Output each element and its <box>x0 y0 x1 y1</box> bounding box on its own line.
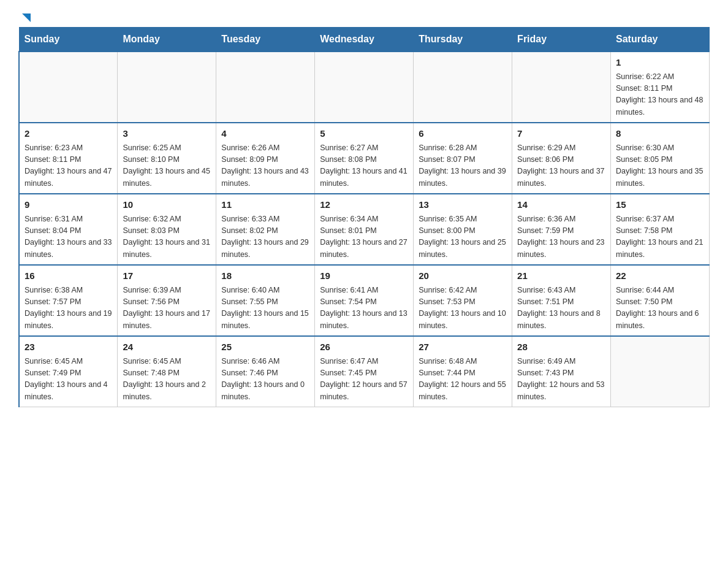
day-info: Sunrise: 6:37 AM Sunset: 7:58 PM Dayligh… <box>616 213 704 261</box>
calendar-week-row: 23Sunrise: 6:45 AM Sunset: 7:49 PM Dayli… <box>19 336 710 407</box>
calendar-cell: 25Sunrise: 6:46 AM Sunset: 7:46 PM Dayli… <box>216 336 315 407</box>
calendar-week-row: 9Sunrise: 6:31 AM Sunset: 8:04 PM Daylig… <box>19 194 710 265</box>
day-info: Sunrise: 6:23 AM Sunset: 8:11 PM Dayligh… <box>25 142 112 190</box>
day-number: 23 <box>25 340 112 354</box>
day-info: Sunrise: 6:45 AM Sunset: 7:48 PM Dayligh… <box>123 356 211 404</box>
day-info: Sunrise: 6:46 AM Sunset: 7:46 PM Dayligh… <box>221 356 309 404</box>
calendar-cell: 22Sunrise: 6:44 AM Sunset: 7:50 PM Dayli… <box>611 265 710 336</box>
calendar-cell <box>315 52 414 123</box>
day-number: 21 <box>517 269 605 283</box>
day-number: 18 <box>221 269 309 283</box>
calendar-header: SundayMondayTuesdayWednesdayThursdayFrid… <box>19 28 710 52</box>
day-info: Sunrise: 6:29 AM Sunset: 8:06 PM Dayligh… <box>517 142 605 190</box>
day-info: Sunrise: 6:43 AM Sunset: 7:51 PM Dayligh… <box>517 285 605 332</box>
calendar-cell: 10Sunrise: 6:32 AM Sunset: 8:03 PM Dayli… <box>118 194 216 265</box>
calendar-week-row: 16Sunrise: 6:38 AM Sunset: 7:57 PM Dayli… <box>19 265 710 336</box>
day-number: 2 <box>25 127 112 141</box>
day-number: 24 <box>123 340 211 354</box>
page-header <box>18 12 710 21</box>
calendar-cell <box>512 52 611 123</box>
day-number: 17 <box>123 269 211 283</box>
day-number: 7 <box>517 127 605 141</box>
day-info: Sunrise: 6:35 AM Sunset: 8:00 PM Dayligh… <box>419 213 507 261</box>
day-info: Sunrise: 6:36 AM Sunset: 7:59 PM Dayligh… <box>517 213 605 261</box>
calendar-cell: 4Sunrise: 6:26 AM Sunset: 8:09 PM Daylig… <box>216 123 315 194</box>
weekday-header-row: SundayMondayTuesdayWednesdayThursdayFrid… <box>19 28 710 52</box>
calendar-cell: 21Sunrise: 6:43 AM Sunset: 7:51 PM Dayli… <box>512 265 611 336</box>
day-number: 20 <box>419 269 507 283</box>
weekday-header-friday: Friday <box>512 28 611 52</box>
day-info: Sunrise: 6:30 AM Sunset: 8:05 PM Dayligh… <box>616 142 704 190</box>
day-number: 26 <box>320 340 408 354</box>
weekday-header-monday: Monday <box>118 28 216 52</box>
logo <box>18 12 33 21</box>
calendar-cell: 7Sunrise: 6:29 AM Sunset: 8:06 PM Daylig… <box>512 123 611 194</box>
day-info: Sunrise: 6:48 AM Sunset: 7:44 PM Dayligh… <box>419 356 507 404</box>
calendar-cell: 8Sunrise: 6:30 AM Sunset: 8:05 PM Daylig… <box>611 123 710 194</box>
day-info: Sunrise: 6:40 AM Sunset: 7:55 PM Dayligh… <box>221 285 309 332</box>
calendar-cell: 20Sunrise: 6:42 AM Sunset: 7:53 PM Dayli… <box>414 265 512 336</box>
weekday-header-saturday: Saturday <box>611 28 710 52</box>
calendar-cell: 2Sunrise: 6:23 AM Sunset: 8:11 PM Daylig… <box>19 123 118 194</box>
weekday-header-thursday: Thursday <box>414 28 512 52</box>
calendar-cell: 28Sunrise: 6:49 AM Sunset: 7:43 PM Dayli… <box>512 336 611 407</box>
calendar-cell: 17Sunrise: 6:39 AM Sunset: 7:56 PM Dayli… <box>118 265 216 336</box>
calendar-cell: 23Sunrise: 6:45 AM Sunset: 7:49 PM Dayli… <box>19 336 118 407</box>
day-number: 25 <box>221 340 309 354</box>
calendar-cell: 15Sunrise: 6:37 AM Sunset: 7:58 PM Dayli… <box>611 194 710 265</box>
day-info: Sunrise: 6:39 AM Sunset: 7:56 PM Dayligh… <box>123 285 211 332</box>
day-number: 19 <box>320 269 408 283</box>
calendar-cell <box>611 336 710 407</box>
calendar-cell: 9Sunrise: 6:31 AM Sunset: 8:04 PM Daylig… <box>19 194 118 265</box>
calendar-cell: 5Sunrise: 6:27 AM Sunset: 8:08 PM Daylig… <box>315 123 414 194</box>
day-info: Sunrise: 6:34 AM Sunset: 8:01 PM Dayligh… <box>320 213 408 261</box>
day-info: Sunrise: 6:47 AM Sunset: 7:45 PM Dayligh… <box>320 356 408 404</box>
calendar-cell: 18Sunrise: 6:40 AM Sunset: 7:55 PM Dayli… <box>216 265 315 336</box>
weekday-header-sunday: Sunday <box>19 28 118 52</box>
calendar-week-row: 1Sunrise: 6:22 AM Sunset: 8:11 PM Daylig… <box>19 52 710 123</box>
day-info: Sunrise: 6:41 AM Sunset: 7:54 PM Dayligh… <box>320 285 408 332</box>
calendar-cell: 12Sunrise: 6:34 AM Sunset: 8:01 PM Dayli… <box>315 194 414 265</box>
calendar-cell: 14Sunrise: 6:36 AM Sunset: 7:59 PM Dayli… <box>512 194 611 265</box>
day-number: 9 <box>25 198 112 212</box>
day-number: 11 <box>221 198 309 212</box>
day-info: Sunrise: 6:26 AM Sunset: 8:09 PM Dayligh… <box>221 142 309 190</box>
calendar-cell: 27Sunrise: 6:48 AM Sunset: 7:44 PM Dayli… <box>414 336 512 407</box>
day-info: Sunrise: 6:27 AM Sunset: 8:08 PM Dayligh… <box>320 142 408 190</box>
calendar-body: 1Sunrise: 6:22 AM Sunset: 8:11 PM Daylig… <box>19 52 710 407</box>
calendar-cell <box>118 52 216 123</box>
day-number: 28 <box>517 340 605 354</box>
weekday-header-wednesday: Wednesday <box>315 28 414 52</box>
day-number: 5 <box>320 127 408 141</box>
day-info: Sunrise: 6:42 AM Sunset: 7:53 PM Dayligh… <box>419 285 507 332</box>
calendar-week-row: 2Sunrise: 6:23 AM Sunset: 8:11 PM Daylig… <box>19 123 710 194</box>
calendar-cell <box>216 52 315 123</box>
calendar-cell: 16Sunrise: 6:38 AM Sunset: 7:57 PM Dayli… <box>19 265 118 336</box>
day-number: 27 <box>419 340 507 354</box>
day-info: Sunrise: 6:31 AM Sunset: 8:04 PM Dayligh… <box>25 213 112 261</box>
calendar-cell: 1Sunrise: 6:22 AM Sunset: 8:11 PM Daylig… <box>611 52 710 123</box>
day-info: Sunrise: 6:38 AM Sunset: 7:57 PM Dayligh… <box>25 285 112 332</box>
day-number: 14 <box>517 198 605 212</box>
calendar-cell: 13Sunrise: 6:35 AM Sunset: 8:00 PM Dayli… <box>414 194 512 265</box>
calendar-cell <box>414 52 512 123</box>
day-number: 22 <box>616 269 704 283</box>
calendar-cell: 6Sunrise: 6:28 AM Sunset: 8:07 PM Daylig… <box>414 123 512 194</box>
day-info: Sunrise: 6:49 AM Sunset: 7:43 PM Dayligh… <box>517 356 605 404</box>
day-info: Sunrise: 6:28 AM Sunset: 8:07 PM Dayligh… <box>419 142 507 190</box>
day-info: Sunrise: 6:33 AM Sunset: 8:02 PM Dayligh… <box>221 213 309 261</box>
day-info: Sunrise: 6:32 AM Sunset: 8:03 PM Dayligh… <box>123 213 211 261</box>
calendar-cell: 11Sunrise: 6:33 AM Sunset: 8:02 PM Dayli… <box>216 194 315 265</box>
day-number: 6 <box>419 127 507 141</box>
weekday-header-tuesday: Tuesday <box>216 28 315 52</box>
day-number: 16 <box>25 269 112 283</box>
day-info: Sunrise: 6:22 AM Sunset: 8:11 PM Dayligh… <box>616 71 704 119</box>
calendar-cell: 19Sunrise: 6:41 AM Sunset: 7:54 PM Dayli… <box>315 265 414 336</box>
day-info: Sunrise: 6:25 AM Sunset: 8:10 PM Dayligh… <box>123 142 211 190</box>
day-number: 1 <box>616 56 704 70</box>
day-number: 12 <box>320 198 408 212</box>
day-number: 3 <box>123 127 211 141</box>
calendar-cell: 3Sunrise: 6:25 AM Sunset: 8:10 PM Daylig… <box>118 123 216 194</box>
day-number: 10 <box>123 198 211 212</box>
day-number: 4 <box>221 127 309 141</box>
